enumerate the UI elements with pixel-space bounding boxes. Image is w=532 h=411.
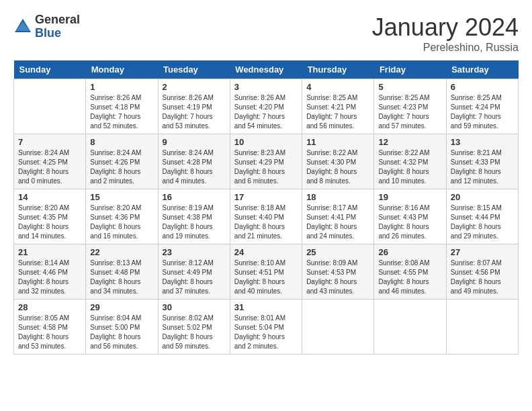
calendar-cell: 2Sunrise: 8:26 AM Sunset: 4:19 PM Daylig… <box>158 79 230 134</box>
page-header: General Blue January 2024 Pereleshino, R… <box>13 13 519 54</box>
day-info: Sunrise: 8:25 AM Sunset: 4:24 PM Dayligh… <box>451 93 514 131</box>
logo-general-text: General <box>35 13 80 27</box>
day-info: Sunrise: 8:23 AM Sunset: 4:29 PM Dayligh… <box>234 148 298 186</box>
calendar-cell: 13Sunrise: 8:21 AM Sunset: 4:33 PM Dayli… <box>446 134 518 189</box>
svg-marker-1 <box>16 21 30 31</box>
calendar-cell: 5Sunrise: 8:25 AM Sunset: 4:23 PM Daylig… <box>374 79 446 134</box>
day-info: Sunrise: 8:25 AM Sunset: 4:23 PM Dayligh… <box>378 93 441 131</box>
day-number: 1 <box>90 82 153 92</box>
day-info: Sunrise: 8:20 AM Sunset: 4:35 PM Dayligh… <box>18 203 81 241</box>
day-number: 29 <box>90 302 153 312</box>
day-info: Sunrise: 8:20 AM Sunset: 4:36 PM Dayligh… <box>90 203 153 241</box>
day-info: Sunrise: 8:08 AM Sunset: 4:55 PM Dayligh… <box>378 259 441 296</box>
day-number: 10 <box>234 137 298 147</box>
calendar-cell: 3Sunrise: 8:26 AM Sunset: 4:20 PM Daylig… <box>230 79 302 134</box>
calendar-table: SundayMondayTuesdayWednesdayThursdayFrid… <box>13 60 519 355</box>
weekday-header-cell: Monday <box>86 60 158 79</box>
day-info: Sunrise: 8:16 AM Sunset: 4:43 PM Dayligh… <box>378 203 441 241</box>
day-number: 5 <box>378 82 441 92</box>
day-info: Sunrise: 8:15 AM Sunset: 4:44 PM Dayligh… <box>451 203 514 241</box>
day-info: Sunrise: 8:26 AM Sunset: 4:19 PM Dayligh… <box>163 93 226 131</box>
calendar-cell: 29Sunrise: 8:04 AM Sunset: 5:00 PM Dayli… <box>86 300 158 355</box>
calendar-body: 1Sunrise: 8:26 AM Sunset: 4:18 PM Daylig… <box>14 79 519 355</box>
day-info: Sunrise: 8:04 AM Sunset: 5:00 PM Dayligh… <box>90 314 153 351</box>
calendar-week-row: 28Sunrise: 8:05 AM Sunset: 4:58 PM Dayli… <box>14 300 519 355</box>
calendar-cell: 14Sunrise: 8:20 AM Sunset: 4:35 PM Dayli… <box>14 189 86 244</box>
day-number: 22 <box>90 247 153 257</box>
calendar-cell: 8Sunrise: 8:24 AM Sunset: 4:26 PM Daylig… <box>86 134 158 189</box>
weekday-header-cell: Friday <box>374 60 446 79</box>
day-number: 28 <box>18 302 81 312</box>
day-number: 31 <box>234 302 298 312</box>
day-number: 20 <box>451 192 514 202</box>
calendar-cell: 6Sunrise: 8:25 AM Sunset: 4:24 PM Daylig… <box>446 79 518 134</box>
weekday-header-cell: Thursday <box>302 60 374 79</box>
calendar-cell: 25Sunrise: 8:09 AM Sunset: 4:53 PM Dayli… <box>302 244 374 300</box>
calendar-cell: 23Sunrise: 8:12 AM Sunset: 4:49 PM Dayli… <box>158 244 230 300</box>
calendar-cell: 17Sunrise: 8:18 AM Sunset: 4:40 PM Dayli… <box>230 189 302 244</box>
day-number: 11 <box>306 137 369 147</box>
day-info: Sunrise: 8:13 AM Sunset: 4:48 PM Dayligh… <box>90 259 153 296</box>
calendar-cell: 12Sunrise: 8:22 AM Sunset: 4:32 PM Dayli… <box>374 134 446 189</box>
calendar-cell: 30Sunrise: 8:02 AM Sunset: 5:02 PM Dayli… <box>158 300 230 355</box>
calendar-week-row: 14Sunrise: 8:20 AM Sunset: 4:35 PM Dayli… <box>14 189 519 244</box>
day-number: 18 <box>306 192 369 202</box>
day-number: 13 <box>451 137 514 147</box>
day-info: Sunrise: 8:18 AM Sunset: 4:40 PM Dayligh… <box>234 203 298 241</box>
calendar-cell: 11Sunrise: 8:22 AM Sunset: 4:30 PM Dayli… <box>302 134 374 189</box>
calendar-cell: 16Sunrise: 8:19 AM Sunset: 4:38 PM Dayli… <box>158 189 230 244</box>
weekday-header-cell: Saturday <box>446 60 518 79</box>
day-info: Sunrise: 8:05 AM Sunset: 4:58 PM Dayligh… <box>18 314 81 351</box>
calendar-week-row: 1Sunrise: 8:26 AM Sunset: 4:18 PM Daylig… <box>14 79 519 134</box>
day-info: Sunrise: 8:19 AM Sunset: 4:38 PM Dayligh… <box>163 203 226 241</box>
weekday-header-cell: Sunday <box>14 60 86 79</box>
location-title: Pereleshino, Russia <box>372 42 519 54</box>
day-info: Sunrise: 8:24 AM Sunset: 4:25 PM Dayligh… <box>18 148 81 186</box>
calendar-cell: 15Sunrise: 8:20 AM Sunset: 4:36 PM Dayli… <box>86 189 158 244</box>
calendar-cell: 27Sunrise: 8:07 AM Sunset: 4:56 PM Dayli… <box>446 244 518 300</box>
day-info: Sunrise: 8:10 AM Sunset: 4:51 PM Dayligh… <box>234 259 298 296</box>
day-info: Sunrise: 8:24 AM Sunset: 4:26 PM Dayligh… <box>90 148 153 186</box>
calendar-cell: 24Sunrise: 8:10 AM Sunset: 4:51 PM Dayli… <box>230 244 302 300</box>
day-info: Sunrise: 8:22 AM Sunset: 4:32 PM Dayligh… <box>378 148 441 186</box>
day-number: 3 <box>234 82 298 92</box>
calendar-cell: 4Sunrise: 8:25 AM Sunset: 4:21 PM Daylig… <box>302 79 374 134</box>
day-number: 16 <box>163 192 226 202</box>
calendar-cell: 31Sunrise: 8:01 AM Sunset: 5:04 PM Dayli… <box>230 300 302 355</box>
day-info: Sunrise: 8:12 AM Sunset: 4:49 PM Dayligh… <box>163 259 226 296</box>
day-info: Sunrise: 8:24 AM Sunset: 4:28 PM Dayligh… <box>163 148 226 186</box>
day-info: Sunrise: 8:26 AM Sunset: 4:20 PM Dayligh… <box>234 93 298 131</box>
calendar-cell: 20Sunrise: 8:15 AM Sunset: 4:44 PM Dayli… <box>446 189 518 244</box>
day-number: 23 <box>163 247 226 257</box>
day-number: 2 <box>163 82 226 92</box>
day-number: 17 <box>234 192 298 202</box>
day-number: 12 <box>378 137 441 147</box>
day-info: Sunrise: 8:17 AM Sunset: 4:41 PM Dayligh… <box>306 203 369 241</box>
calendar-week-row: 7Sunrise: 8:24 AM Sunset: 4:25 PM Daylig… <box>14 134 519 189</box>
day-info: Sunrise: 8:07 AM Sunset: 4:56 PM Dayligh… <box>451 259 514 296</box>
calendar-cell: 21Sunrise: 8:14 AM Sunset: 4:46 PM Dayli… <box>14 244 86 300</box>
day-info: Sunrise: 8:09 AM Sunset: 4:53 PM Dayligh… <box>306 259 369 296</box>
weekday-header-cell: Wednesday <box>230 60 302 79</box>
calendar-cell: 9Sunrise: 8:24 AM Sunset: 4:28 PM Daylig… <box>158 134 230 189</box>
day-info: Sunrise: 8:25 AM Sunset: 4:21 PM Dayligh… <box>306 93 369 131</box>
calendar-cell: 19Sunrise: 8:16 AM Sunset: 4:43 PM Dayli… <box>374 189 446 244</box>
calendar-cell: 26Sunrise: 8:08 AM Sunset: 4:55 PM Dayli… <box>374 244 446 300</box>
day-number: 14 <box>18 192 81 202</box>
day-info: Sunrise: 8:01 AM Sunset: 5:04 PM Dayligh… <box>234 314 298 351</box>
weekday-header-cell: Tuesday <box>158 60 230 79</box>
day-number: 24 <box>234 247 298 257</box>
logo: General Blue <box>13 13 80 40</box>
day-info: Sunrise: 8:02 AM Sunset: 5:02 PM Dayligh… <box>163 314 226 351</box>
month-title: January 2024 <box>372 13 519 42</box>
day-number: 30 <box>163 302 226 312</box>
weekday-header-row: SundayMondayTuesdayWednesdayThursdayFrid… <box>14 60 519 79</box>
calendar-week-row: 21Sunrise: 8:14 AM Sunset: 4:46 PM Dayli… <box>14 244 519 300</box>
calendar-cell: 1Sunrise: 8:26 AM Sunset: 4:18 PM Daylig… <box>86 79 158 134</box>
calendar-cell: 10Sunrise: 8:23 AM Sunset: 4:29 PM Dayli… <box>230 134 302 189</box>
logo-icon <box>13 17 32 36</box>
calendar-cell: 18Sunrise: 8:17 AM Sunset: 4:41 PM Dayli… <box>302 189 374 244</box>
calendar-cell <box>374 300 446 355</box>
day-number: 9 <box>163 137 226 147</box>
calendar-cell: 28Sunrise: 8:05 AM Sunset: 4:58 PM Dayli… <box>14 300 86 355</box>
